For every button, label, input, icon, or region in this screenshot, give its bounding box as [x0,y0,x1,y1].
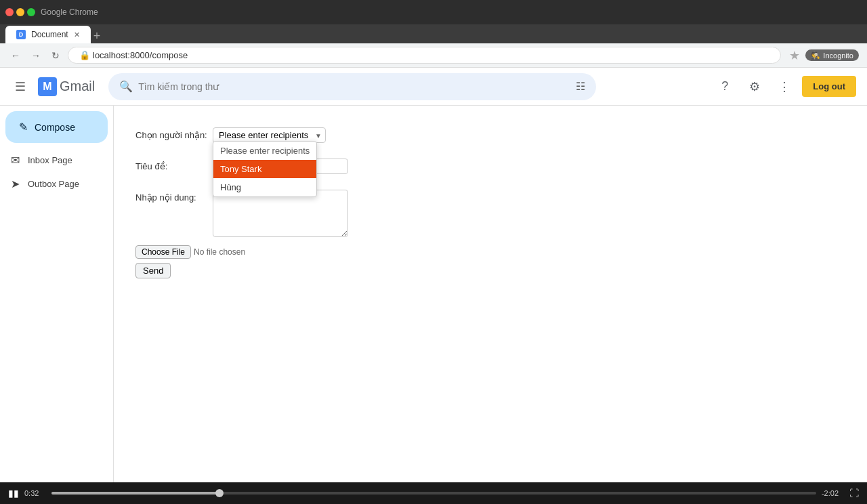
settings-btn[interactable]: ⚙ [742,75,767,99]
maximize-btn[interactable] [27,8,35,16]
apps-btn[interactable]: ⋮ [772,75,797,99]
incognito-label: Incognito [823,51,853,60]
recipient-row: Chọn người nhận: Please enter recipients… [135,127,845,143]
dropdown-item-tony[interactable]: Tony Stark [213,160,316,178]
incognito-icon: 🕵 [811,51,820,60]
sidebar-item-outbox[interactable]: ➤ Outbox Page [0,172,108,196]
bookmark-icon[interactable]: ★ [789,48,800,63]
browser-chrome-top: Google Chrome [0,0,867,24]
gmail-logo-icon: M [38,77,57,96]
choose-file-btn[interactable]: Choose File [135,245,191,259]
compose-area: Chọn người nhận: Please enter recipients… [114,106,867,482]
sidebar-item-inbox[interactable]: ✉ Inbox Page [0,148,108,172]
send-btn[interactable]: Send [135,263,171,278]
search-icon: 🔍 [119,80,133,93]
inbox-icon: ✉ [11,154,20,167]
filter-icon[interactable]: ☷ [576,80,585,93]
recipient-dropdown[interactable]: Please enter recipients Tony Stark Hùng [213,141,317,197]
bottom-bar: ▮▮ 0:32 -2:02 ⛶ [0,482,867,504]
recipient-wrapper: Please enter recipients Tony Stark Hùng … [213,127,326,143]
incognito-badge: 🕵 Incognito [805,49,859,61]
sidebar-item-outbox-label: Outbox Page [28,179,79,189]
pencil-icon: ✎ [19,121,28,133]
search-bar[interactable]: 🔍 ☷ [108,73,596,100]
recipient-label: Chọn người nhận: [135,130,210,140]
total-time: -2:02 [822,489,839,497]
reload-btn[interactable]: ↻ [49,47,62,64]
hamburger-menu-btn[interactable]: ☰ [11,75,30,98]
compose-btn-label: Compose [35,122,75,133]
compose-btn[interactable]: ✎ Compose [5,111,108,143]
search-input[interactable] [138,81,570,92]
new-tab-btn[interactable]: + [93,29,101,43]
tab-title: Document [31,30,68,39]
gmail-header: ☰ M Gmail 🔍 ☷ ? ⚙ ⋮ Log out [0,68,867,106]
file-none-text: No file chosen [194,247,245,257]
gmail-logo-text: Gmail [60,79,95,94]
send-icon: ➤ [11,177,20,190]
sidebar: ✎ Compose ✉ Inbox Page ➤ Outbox Page [0,106,114,482]
content-label: Nhập nội dung: [135,190,210,203]
dropdown-item-hung[interactable]: Hùng [213,178,316,196]
window-controls [5,8,35,16]
active-tab[interactable]: D Document ✕ [5,26,91,43]
url-bar[interactable]: 🔒 localhost:8000/compose [68,47,781,64]
dropdown-item-placeholder[interactable]: Please enter recipients [213,142,316,160]
forward-btn[interactable]: → [28,47,43,64]
header-icons: ? ⚙ ⋮ Log out [713,75,856,99]
help-btn[interactable]: ? [713,75,737,99]
url-text: localhost:8000/compose [93,50,188,60]
progress-thumb[interactable] [215,489,224,497]
close-btn[interactable] [5,8,14,16]
tab-favicon: D [16,30,26,39]
lock-icon: 🔒 [79,50,90,60]
gmail-logo: M Gmail [38,77,95,96]
minimize-btn[interactable] [16,8,24,16]
progress-bar[interactable] [51,492,816,495]
browser-name-label: Google Chrome [41,7,98,17]
sidebar-item-inbox-label: Inbox Page [28,155,72,165]
address-bar: ← → ↻ 🔒 localhost:8000/compose ★ 🕵 Incog… [0,43,867,68]
play-pause-btn[interactable]: ▮▮ [8,488,19,499]
back-btn[interactable]: ← [8,47,23,64]
logout-btn[interactable]: Log out [802,76,856,97]
progress-fill [51,492,219,495]
current-time: 0:32 [24,489,46,497]
main-layout: ✎ Compose ✉ Inbox Page ➤ Outbox Page Chọ… [0,106,867,482]
tab-close-btn[interactable]: ✕ [74,30,80,39]
tab-bar: D Document ✕ + [0,24,867,43]
fullscreen-btn[interactable]: ⛶ [849,488,859,499]
file-row: Choose File No file chosen [135,245,845,259]
subject-label: Tiêu đề: [135,161,210,171]
